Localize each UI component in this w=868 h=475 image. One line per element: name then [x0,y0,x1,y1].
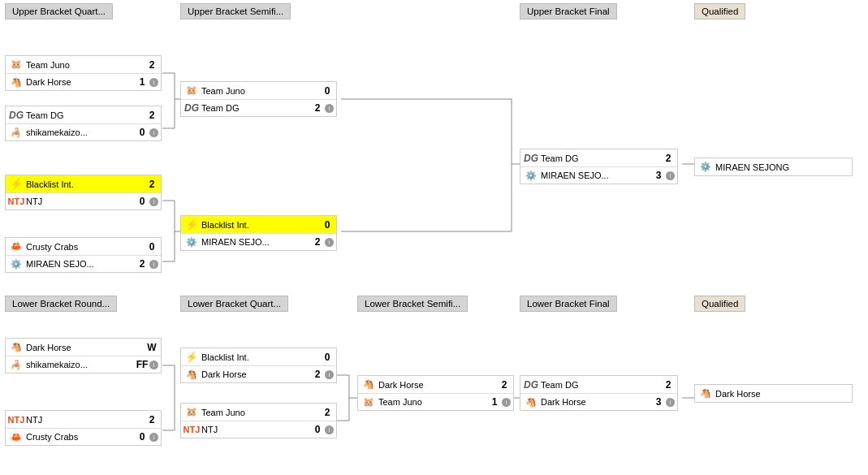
crabs-icon-1: 🦀 [8,239,24,255]
lq-m1-t1-score: 0 [321,352,334,363]
info-icon-8[interactable]: i [149,361,158,369]
lr-m1-t2-score: FF [136,359,149,370]
uq-m4-t1-name: Crusty Crabs [24,242,144,252]
lower-qualified-header: Qualified [694,296,745,312]
upper-semi-header: Upper Bracket Semifi... [180,3,291,19]
lq-qualified-team: 🐴 Dark Horse [695,385,852,402]
uq-m3-t2-score: 0 [136,196,149,207]
us-m1-team1: 🐹 Team Juno 0 [181,82,336,99]
horse-icon-6: 🐴 [697,386,714,402]
miraen-icon-1: ⚙️ [8,256,24,272]
lr-m2-team1: NTJ NTJ 2 [6,411,161,428]
us-m2-t1-score: 0 [321,219,334,231]
uq-m2-t1-score: 2 [145,110,158,121]
uq-match-1: 🐹 Team Juno 2 🐴 Dark Horse 1 i [5,55,162,91]
lr-m2-t1-name: NTJ [24,415,144,425]
crabs-icon-2: 🦀 [8,429,24,445]
dg-icon-1: DG [8,107,24,123]
uf-m1-t1-score: 2 [662,153,675,164]
upper-qualified-header: Qualified [694,3,745,19]
hamster-icon-2: 🐹 [184,83,200,99]
lr-m2-t1-score: 2 [145,414,158,425]
uq-m4-team1: 🦀 Crusty Crabs 0 [6,238,161,255]
lr-m1-team2: 🦂 shikamekaizo... FF i [6,356,161,373]
uq-m1-team2: 🐴 Dark Horse 1 i [6,73,161,90]
info-icon-11[interactable]: i [325,425,334,434]
bracket-container: Upper Bracket Quart... Upper Bracket Sem… [0,0,868,475]
uq-m1-t1-score: 2 [145,59,158,71]
uq-m3-t1-name: Blacklist Int. [24,179,144,189]
lr-m1-team1: 🐴 Dark Horse W [6,339,161,356]
info-icon-10[interactable]: i [325,370,334,379]
uq-m3-team2: NTJ NTJ 0 i [6,192,161,209]
lq-m2-team1: 🐹 Team Juno 2 [181,404,336,421]
us-m2-team2: ⚙️ MIRAEN SEJO... 2 i [181,233,336,250]
lq-m2-t1-score: 2 [321,407,334,418]
lr-match-1: 🐴 Dark Horse W 🦂 shikamekaizo... FF i [5,338,162,374]
uq-qualified-name: MIRAEN SEJONG [714,162,849,172]
lr-m2-t2-name: Crusty Crabs [24,432,134,442]
miraen-icon-2: ⚙️ [184,234,200,250]
uq-m3-t2-name: NTJ [24,196,134,206]
lower-quarter-header: Lower Bracket Quart... [180,296,288,312]
miraen-icon-3: ⚙️ [523,167,539,184]
ntj-icon-3: NTJ [184,421,200,438]
us-m2-t2-score: 2 [311,236,324,248]
lq-match-1: ⚡ Blacklist Int. 0 🐴 Dark Horse 2 i [180,348,337,383]
us-m1-team2: DG Team DG 2 i [181,99,336,116]
uq-m1-team1: 🐹 Team Juno 2 [6,56,161,73]
lq-m1-t2-score: 2 [311,369,324,380]
lf-m1-team1: DG Team DG 2 [520,376,677,393]
ls-m1-team1: 🐴 Dark Horse 2 [358,376,513,393]
uq-match-2: DG Team DG 2 🦂 shikamekaizo... 0 i [5,106,162,141]
lr-m1-t1-name: Dark Horse [24,343,144,352]
us-m1-t2-name: Team DG [200,103,309,113]
uq-m3-team1: ⚡ Blacklist Int. 2 [6,175,161,192]
info-icon-3[interactable]: i [149,197,158,206]
uq-m2-t1-name: Team DG [24,110,144,120]
lq-m1-t1-name: Blacklist Int. [200,352,319,362]
us-match-2: ⚡ Blacklist Int. 0 ⚙️ MIRAEN SEJO... 2 i [180,215,337,251]
horse-icon-5: 🐴 [523,394,539,410]
uq-m2-t2-score: 0 [136,127,149,138]
hamster-icon-4: 🐹 [361,394,377,410]
lq-qualified-name: Dark Horse [714,389,849,399]
lr-m2-t2-score: 0 [136,431,149,443]
lf-m1-t1-name: Team DG [539,380,660,390]
uq-match-4: 🦀 Crusty Crabs 0 ⚙️ MIRAEN SEJO... 2 i [5,237,162,273]
info-icon-7[interactable]: i [666,171,675,180]
dg-icon-2: DG [184,100,200,116]
us-m2-t1-name: Blacklist Int. [200,220,319,230]
lq-m2-t2-name: NTJ [200,425,309,434]
blacklist-icon-2: ⚡ [184,217,200,233]
lq-m1-team1: ⚡ Blacklist Int. 0 [181,348,336,365]
info-icon-6[interactable]: i [325,238,334,247]
ls-match-1: 🐴 Dark Horse 2 🐹 Team Juno 1 i [357,375,514,411]
us-m2-t2-name: MIRAEN SEJO... [200,237,309,247]
lq-match-2: 🐹 Team Juno 2 NTJ NTJ 0 i [180,403,337,438]
uq-match-3: ⚡ Blacklist Int. 2 NTJ NTJ 0 i [5,175,162,210]
info-icon-12[interactable]: i [502,398,511,407]
horse-icon-1: 🐴 [8,74,24,90]
blacklist-icon-1: ⚡ [8,176,24,192]
info-icon-13[interactable]: i [666,398,675,407]
uq-m2-team2: 🦂 shikamekaizo... 0 i [6,123,161,140]
info-icon-4[interactable]: i [149,260,158,269]
lower-final-header: Lower Bracket Final [520,296,617,312]
ls-m1-t2-score: 1 [488,396,501,408]
lf-m1-t2-name: Dark Horse [539,397,650,407]
hamster-icon: 🐹 [8,57,24,73]
lr-match-2: NTJ NTJ 2 🦀 Crusty Crabs 0 i [5,410,162,446]
info-icon-9[interactable]: i [149,433,158,442]
uq-m3-t1-score: 2 [145,179,158,190]
info-icon-1[interactable]: i [149,78,158,87]
lq-m2-t2-score: 0 [311,424,324,435]
ls-m1-team2: 🐹 Team Juno 1 i [358,393,513,410]
info-icon-2[interactable]: i [149,128,158,137]
us-m2-team1: ⚡ Blacklist Int. 0 [181,216,336,233]
lr-m2-team2: 🦀 Crusty Crabs 0 i [6,428,161,445]
info-icon-5[interactable]: i [325,104,334,113]
horse-icon-2: 🐴 [8,339,24,356]
uq-m4-team2: ⚙️ MIRAEN SEJO... 2 i [6,255,161,272]
horse-icon-3: 🐴 [184,366,200,382]
